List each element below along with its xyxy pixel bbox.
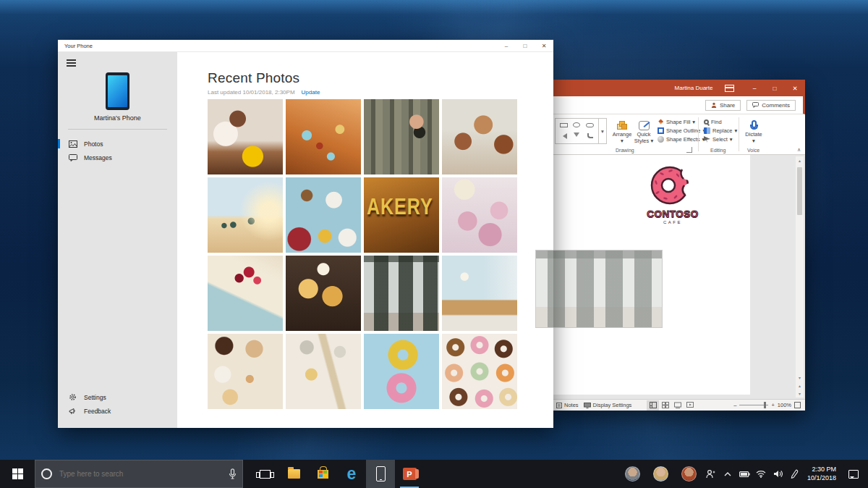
action-center-button[interactable]	[842, 460, 868, 488]
scrollbar-thumb[interactable]	[797, 167, 802, 215]
sidebar-item-settings[interactable]: Settings	[58, 390, 177, 404]
scroll-down-icon[interactable]: ▾	[799, 374, 801, 382]
feedback-megaphone-icon	[69, 407, 77, 416]
photo-baking-utensils-flour[interactable]	[286, 334, 361, 409]
microsoft-store-button[interactable]	[308, 460, 337, 488]
powerpoint-taskbar-button[interactable]: P	[395, 460, 424, 488]
update-link[interactable]: Update	[302, 89, 320, 96]
replace-button[interactable]: Replace▾	[704, 127, 737, 134]
normal-view-button[interactable]	[647, 400, 659, 411]
yp-minimize-button[interactable]: –	[497, 40, 516, 51]
select-button[interactable]: Select▾	[704, 136, 737, 143]
last-updated-text: Last updated 10/01/2018, 2:30PM	[208, 89, 295, 96]
your-phone-main: Recent Photos Last updated 10/01/2018, 2…	[177, 52, 553, 428]
share-button[interactable]: Share	[705, 100, 741, 111]
start-button[interactable]	[0, 460, 35, 488]
photo-family-on-beach[interactable]	[208, 177, 283, 253]
photo-baking-ingredients-blue-table[interactable]	[286, 177, 361, 253]
display-settings-button[interactable]: Display Settings	[584, 402, 632, 408]
scroll-up-icon[interactable]: ▴	[799, 156, 801, 164]
dragged-photo-ghost[interactable]	[535, 250, 663, 328]
people-bar-avatar-1[interactable]	[625, 466, 640, 481]
photo-feet-on-tree-trunk[interactable]	[364, 99, 439, 174]
shapes-gallery-more-button[interactable]: ▾	[598, 119, 606, 143]
reading-view-button[interactable]	[671, 400, 684, 411]
slideshow-icon	[686, 402, 694, 408]
photo-caramel-cupcakes[interactable]	[286, 256, 361, 331]
powerpoint-titlebar[interactable]: Martina Duarte – □ ✕	[552, 80, 805, 96]
file-explorer-button[interactable]	[279, 460, 308, 488]
shapes-gallery[interactable]: ▾	[555, 118, 607, 144]
drawing-dialog-launcher[interactable]	[686, 147, 692, 153]
sidebar-item-photos[interactable]: Photos	[58, 137, 177, 151]
hamburger-menu-icon[interactable]	[67, 59, 76, 68]
dictate-button[interactable]: Dictate ▾	[741, 118, 766, 144]
people-button[interactable]	[703, 460, 720, 488]
ppt-maximize-button[interactable]: □	[765, 80, 785, 96]
microphone-icon[interactable]	[229, 468, 237, 479]
edge-button[interactable]: e	[337, 460, 366, 488]
elbow-shape-icon[interactable]	[587, 133, 593, 138]
previous-slide-icon[interactable]: ▴	[799, 382, 801, 390]
photo-mother-with-two-children[interactable]	[442, 99, 517, 174]
volume-icon[interactable]	[770, 460, 786, 488]
slide-sorter-view-button[interactable]	[659, 400, 671, 411]
fit-slide-to-window-button[interactable]	[794, 402, 801, 408]
ppt-minimize-button[interactable]: –	[744, 80, 765, 96]
down-arrow-shape-icon[interactable]	[574, 132, 579, 140]
zoom-slider[interactable]	[739, 405, 768, 405]
windows-ink-pen-icon[interactable]	[786, 460, 803, 488]
photo-pink-meringues-with-coffee[interactable]	[442, 177, 517, 253]
taskbar: e P 2:30 PM 10/1/2018	[0, 460, 868, 488]
photo-two-donuts-on-blue[interactable]	[364, 334, 439, 409]
photo-berry-cheesecake[interactable]	[208, 256, 283, 331]
battery-icon[interactable]	[736, 460, 753, 488]
people-bar-avatar-3[interactable]	[681, 466, 697, 481]
ppt-status-bar: Notes Display Settings – + 100%	[552, 399, 805, 411]
rectangle-shape-icon[interactable]	[560, 123, 568, 127]
find-button[interactable]: Find	[704, 119, 737, 125]
zoom-out-button[interactable]: –	[733, 402, 736, 408]
photo-wildflowers-at-sunset[interactable]	[286, 99, 361, 174]
collapse-ribbon-button[interactable]: ∧	[797, 147, 801, 153]
notes-button[interactable]: Notes	[556, 402, 579, 408]
next-slide-icon[interactable]: ▾	[799, 390, 801, 397]
logo-subtitle: CAFE	[646, 220, 699, 224]
powerpoint-icon: P	[403, 468, 417, 480]
ppt-vertical-scrollbar[interactable]: ▴ ▾ ▴ ▾	[796, 156, 804, 397]
quick-styles-button[interactable]: Quick Styles ▾	[633, 118, 655, 144]
photo-cafe-storefront[interactable]	[364, 256, 439, 331]
photo-cafe-interior[interactable]	[442, 256, 517, 331]
ribbon-display-options-icon[interactable]	[725, 85, 734, 92]
photo-overlay-text: AKERY	[367, 193, 433, 219]
your-phone-titlebar[interactable]: Your Phone – □ ✕	[58, 40, 553, 52]
contoso-cafe-logo[interactable]: CONTOSO CAFE	[646, 164, 699, 224]
task-view-button[interactable]	[250, 460, 279, 488]
yp-maximize-button[interactable]: □	[516, 40, 535, 51]
people-bar-avatar-2[interactable]	[653, 466, 668, 481]
yp-close-button[interactable]: ✕	[535, 40, 553, 51]
photo-eggs-and-baking-bowls[interactable]	[208, 334, 283, 409]
taskbar-search[interactable]	[35, 460, 243, 488]
slideshow-view-button[interactable]	[684, 400, 696, 411]
sidebar-item-messages[interactable]: Messages	[58, 151, 177, 164]
comments-button[interactable]: Comments	[746, 100, 796, 111]
ppt-close-button[interactable]: ✕	[785, 80, 805, 96]
arrange-button[interactable]: Arrange ▾	[611, 118, 633, 144]
rounded-rectangle-shape-icon[interactable]	[586, 123, 594, 127]
zoom-slider-thumb[interactable]	[764, 402, 766, 408]
taskbar-clock[interactable]: 2:30 PM 10/1/2018	[807, 466, 836, 482]
show-hidden-icons-chevron[interactable]	[720, 460, 736, 488]
wifi-icon[interactable]	[753, 460, 770, 488]
left-arrow-shape-icon[interactable]	[560, 133, 567, 139]
zoom-in-button[interactable]: +	[771, 402, 774, 408]
your-phone-window: Your Phone – □ ✕ Martina's Phone Photos	[58, 40, 553, 428]
photo-bakery-sign-letters[interactable]: AKERY	[364, 177, 439, 253]
display-settings-icon	[584, 403, 591, 408]
photo-assorted-donuts[interactable]	[442, 334, 517, 409]
sidebar-item-feedback[interactable]: Feedback	[58, 404, 177, 418]
search-input[interactable]	[52, 470, 229, 478]
photo-bulldog-with-yellow-ball[interactable]	[208, 99, 283, 174]
oval-shape-icon[interactable]	[573, 122, 580, 127]
your-phone-taskbar-button[interactable]	[366, 460, 395, 488]
